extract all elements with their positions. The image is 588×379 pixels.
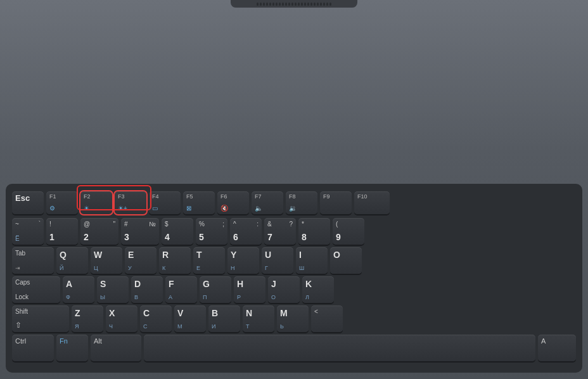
key-main: 4 xyxy=(165,232,170,242)
key-f9[interactable]: F9 xyxy=(320,191,352,214)
key-top: F4 xyxy=(152,194,159,200)
key-top2: № xyxy=(149,221,156,228)
key-top1: % xyxy=(199,221,205,228)
key-label: Alt xyxy=(94,337,102,345)
key-top: < xyxy=(314,308,318,315)
key-sub: А xyxy=(169,294,172,300)
key-5[interactable]: % ; 5 xyxy=(196,218,227,245)
key-z[interactable]: Z Я xyxy=(72,305,103,332)
key-q[interactable]: Q Й xyxy=(56,247,88,274)
keyboard: Esc F1 ⚙ F2 ☀ F3 ☀+ xyxy=(6,184,582,373)
key-f1[interactable]: F1 ⚙ xyxy=(46,191,78,214)
key-e[interactable]: E У xyxy=(125,247,157,274)
key-capslock[interactable]: Caps Lock xyxy=(12,276,60,303)
key-i[interactable]: I Ш xyxy=(296,247,328,274)
number-row: ~ ` Ё ! 1 @ " 2 # № xyxy=(12,218,576,245)
key-v[interactable]: V М xyxy=(174,305,206,332)
key-j[interactable]: J О xyxy=(268,276,300,303)
key-main: J xyxy=(271,279,276,289)
key-main: V xyxy=(177,308,183,318)
key-s[interactable]: S Ы xyxy=(97,276,129,303)
key-b[interactable]: B И xyxy=(208,305,240,332)
key-9[interactable]: ( 9 xyxy=(333,218,364,245)
key-f7[interactable]: F7 🔈 xyxy=(252,191,283,214)
key-ctrl[interactable]: Ctrl xyxy=(12,335,54,361)
key-top1: ( xyxy=(336,221,338,228)
key-main: K xyxy=(305,279,312,289)
key-8[interactable]: * 8 xyxy=(298,218,330,245)
key-label-bottom: Lock xyxy=(15,293,29,300)
key-3[interactable]: # № 3 xyxy=(121,218,159,245)
key-f5[interactable]: F5 ⊠ xyxy=(183,191,215,214)
key-6[interactable]: ^ : 6 xyxy=(230,218,262,245)
key-w[interactable]: W Ц xyxy=(91,247,122,274)
fn-row: Esc F1 ⚙ F2 ☀ F3 ☀+ xyxy=(12,191,576,214)
key-4[interactable]: $ 4 xyxy=(162,218,193,245)
key-c[interactable]: C С xyxy=(140,305,172,332)
key-sub: Е xyxy=(196,265,200,271)
key-x[interactable]: X Ч xyxy=(106,305,137,332)
zxcv-row: Shift ⇧ Z Я X Ч C С V М B И xyxy=(12,305,576,332)
key-main: M xyxy=(280,308,288,318)
key-sub: Й xyxy=(60,265,63,271)
key-sub: У xyxy=(128,265,132,271)
key-space[interactable] xyxy=(144,335,535,361)
key-d[interactable]: D В xyxy=(131,276,163,303)
key-tab[interactable]: Tab ⇥ xyxy=(12,247,54,274)
key-top1: ~ xyxy=(15,221,19,228)
key-main: D xyxy=(134,279,141,289)
key-icon: 🔈 xyxy=(255,205,262,212)
key-alt[interactable]: Alt xyxy=(91,335,141,361)
key-f2[interactable]: F2 ☀ xyxy=(80,191,112,214)
key-label: Esc xyxy=(15,194,30,202)
key-top2: " xyxy=(113,221,115,228)
key-f6[interactable]: F6 🔇 xyxy=(217,191,249,214)
key-top1: @ xyxy=(84,221,90,228)
key-icon: 🔉 xyxy=(289,205,297,212)
key-u[interactable]: U Г xyxy=(262,247,293,274)
key-a[interactable]: A Ф xyxy=(63,276,94,303)
key-top2: ; xyxy=(222,221,224,228)
key-1[interactable]: ! 1 xyxy=(46,218,78,245)
key-icon: 🔇 xyxy=(220,205,228,212)
key-sub: И xyxy=(212,323,215,330)
key-main: 3 xyxy=(124,232,129,242)
key-r[interactable]: R К xyxy=(159,247,191,274)
key-7[interactable]: & ? 7 xyxy=(264,218,296,245)
key-top1: & xyxy=(267,221,272,228)
key-sub: Ч xyxy=(109,323,113,330)
key-h[interactable]: H Р xyxy=(234,276,265,303)
key-sub: Я xyxy=(75,323,79,330)
key-top: F3 xyxy=(118,194,125,200)
key-sub: О xyxy=(271,294,276,300)
key-label: Tab xyxy=(15,250,25,257)
key-main: 1 xyxy=(49,232,54,242)
key-fn[interactable]: Fn xyxy=(56,335,88,361)
key-o[interactable]: O xyxy=(330,247,362,274)
key-g[interactable]: G П xyxy=(200,276,231,303)
key-f8[interactable]: F8 🔉 xyxy=(286,191,317,214)
key-main: O xyxy=(333,250,340,260)
key-f10[interactable]: F10 xyxy=(354,191,390,214)
key-f4[interactable]: F4 ▭ xyxy=(149,191,181,214)
key-n[interactable]: N Т xyxy=(243,305,274,332)
key-main: T xyxy=(196,250,202,260)
key-m[interactable]: M Ь xyxy=(277,305,309,332)
key-f3[interactable]: F3 ☀+ xyxy=(115,191,146,214)
key-tilde[interactable]: ~ ` Ё xyxy=(12,218,44,245)
key-icon: ☀ xyxy=(84,205,89,212)
key-main: E xyxy=(128,250,134,260)
key-k[interactable]: K Л xyxy=(302,276,334,303)
key-icon: ⇥ xyxy=(15,265,20,271)
key-comma[interactable]: < xyxy=(311,305,343,332)
key-y[interactable]: Y Н xyxy=(227,247,259,274)
key-esc[interactable]: Esc xyxy=(12,191,44,214)
key-shift[interactable]: Shift ⇧ xyxy=(12,305,69,332)
key-alt-right[interactable]: A xyxy=(538,335,576,361)
key-label: Ctrl xyxy=(15,337,26,345)
key-sub: Л xyxy=(305,294,309,300)
key-2[interactable]: @ " 2 xyxy=(80,218,118,245)
key-t[interactable]: T Е xyxy=(193,247,225,274)
key-main: C xyxy=(143,308,150,318)
key-f[interactable]: F А xyxy=(165,276,197,303)
